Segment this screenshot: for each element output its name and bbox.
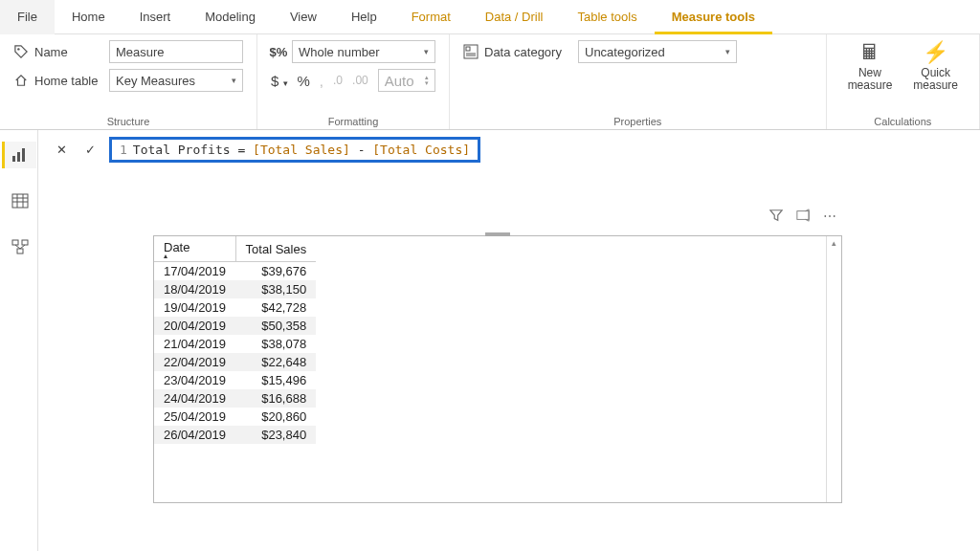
ribbon-group-calculations: 🖩 New measure ⚡ Quick measure Calculatio… [827, 34, 980, 129]
name-label: Name [34, 45, 103, 59]
tab-modeling[interactable]: Modeling [188, 0, 273, 34]
resize-handle-top[interactable] [485, 232, 510, 236]
report-canvas[interactable]: ✕ ✓ 1 Total Profits = [Total Sales] - [T… [38, 130, 980, 551]
name-input[interactable]: Measure [109, 40, 243, 63]
svg-rect-8 [12, 194, 28, 208]
view-switcher [0, 130, 38, 551]
percent-button[interactable]: % [298, 73, 310, 89]
cell-date: 23/04/2019 [154, 371, 235, 389]
tab-measure-tools[interactable]: Measure tools [655, 0, 772, 34]
cell-date: 19/04/2019 [154, 298, 235, 317]
home-table-dropdown[interactable]: Key Measures▾ [109, 69, 243, 92]
commit-formula-button[interactable]: ✓ [80, 140, 100, 159]
table-row[interactable]: 22/04/2019$22,648 [154, 353, 316, 371]
home-icon [13, 73, 29, 88]
cell-date: 24/04/2019 [154, 389, 235, 408]
tab-data-drill[interactable]: Data / Drill [468, 0, 561, 34]
chevron-down-icon: ▾ [725, 47, 730, 56]
focus-mode-icon[interactable] [796, 209, 810, 225]
formula-bar: ✕ ✓ 1 Total Profits = [Total Sales] - [T… [52, 130, 967, 168]
svg-rect-6 [17, 152, 20, 162]
table-row[interactable]: 26/04/2019$23,840 [154, 426, 316, 444]
svg-rect-18 [797, 211, 809, 220]
tab-insert[interactable]: Insert [122, 0, 189, 34]
cell-total-sales: $22,648 [235, 353, 316, 371]
cell-date: 21/04/2019 [154, 335, 235, 353]
cell-total-sales: $16,688 [235, 389, 316, 408]
group-label-properties: Properties [463, 116, 813, 127]
cell-total-sales: $50,358 [235, 317, 316, 335]
cell-total-sales: $42,728 [235, 298, 316, 317]
svg-rect-13 [12, 240, 18, 245]
table-row[interactable]: 24/04/2019$16,688 [154, 389, 316, 408]
sort-asc-icon: ▴ [164, 254, 226, 259]
chevron-down-icon: ▾ [232, 76, 236, 85]
chevron-down-icon: ▾ [424, 47, 429, 56]
format-icon: $% [271, 44, 286, 59]
table-row[interactable]: 17/04/2019$39,676 [154, 261, 316, 280]
filter-icon[interactable] [769, 209, 783, 225]
tab-home[interactable]: Home [55, 0, 122, 34]
decimal-places-stepper[interactable]: Auto▴▾ [378, 69, 435, 92]
ribbon-group-properties: Data category Uncategorized▾ Properties [450, 34, 827, 129]
cancel-formula-button[interactable]: ✕ [52, 140, 71, 159]
lightning-icon: ⚡ [923, 40, 948, 65]
data-category-label: Data category [484, 45, 572, 59]
ribbon-group-structure: Name Measure Home table Key Measures▾ St… [0, 34, 257, 129]
ribbon-group-formatting: $% Whole number▾ $ ▾ % , .0 .00 Auto▴▾ F… [257, 34, 450, 129]
cell-date: 25/04/2019 [154, 408, 235, 426]
scrollbar[interactable]: ▴ [826, 236, 841, 502]
formula-input[interactable]: 1 Total Profits = [Total Sales] - [Total… [109, 137, 480, 163]
group-label-structure: Structure [13, 116, 243, 127]
format-dropdown[interactable]: Whole number▾ [292, 40, 435, 63]
data-category-dropdown[interactable]: Uncategorized▾ [578, 40, 737, 63]
cell-total-sales: $23,840 [235, 426, 316, 444]
data-table: Date▴ Total Sales 17/04/2019$39,67618/04… [154, 236, 316, 444]
column-header-total-sales[interactable]: Total Sales [235, 236, 316, 261]
visual-header-toolbar: ⋯ [769, 209, 836, 225]
table-visual[interactable]: ⋯ ▴ Date▴ Total Sales 17/04/2019$39,6761… [153, 235, 842, 503]
more-options-icon[interactable]: ⋯ [823, 209, 836, 225]
table-row[interactable]: 25/04/2019$20,860 [154, 408, 316, 426]
cell-date: 18/04/2019 [154, 280, 235, 298]
cell-total-sales: $39,676 [235, 261, 316, 280]
table-row[interactable]: 21/04/2019$38,078 [154, 335, 316, 353]
group-label-calculations: Calculations [840, 116, 966, 127]
column-header-date[interactable]: Date▴ [154, 236, 235, 261]
svg-point-0 [17, 48, 19, 50]
decimal-decrease-button[interactable]: .0 [333, 74, 343, 87]
ribbon: Name Measure Home table Key Measures▾ St… [0, 34, 980, 130]
tab-format[interactable]: Format [394, 0, 468, 34]
tab-file[interactable]: File [0, 0, 55, 34]
data-view-button[interactable] [2, 187, 36, 214]
tag-icon [13, 44, 29, 59]
svg-line-17 [20, 245, 25, 249]
quick-measure-button[interactable]: ⚡ Quick measure [905, 40, 966, 92]
formula-text: Total Profits = [Total Sales] - [Total C… [133, 143, 470, 157]
svg-line-16 [15, 245, 20, 249]
decimal-increase-button[interactable]: .00 [352, 74, 368, 87]
scroll-up-icon[interactable]: ▴ [827, 238, 841, 248]
table-row[interactable]: 20/04/2019$50,358 [154, 317, 316, 335]
tab-help[interactable]: Help [334, 0, 394, 34]
svg-rect-7 [22, 148, 25, 162]
report-view-button[interactable] [2, 142, 36, 168]
new-measure-button[interactable]: 🖩 New measure [840, 40, 901, 92]
svg-rect-15 [17, 249, 23, 253]
table-row[interactable]: 23/04/2019$15,496 [154, 371, 316, 389]
tab-view[interactable]: View [273, 0, 334, 34]
cell-date: 20/04/2019 [154, 317, 235, 335]
comma-button[interactable]: , [320, 73, 323, 89]
table-row[interactable]: 19/04/2019$42,728 [154, 298, 316, 317]
category-icon [463, 44, 479, 59]
cell-total-sales: $38,078 [235, 335, 316, 353]
tab-table-tools[interactable]: Table tools [560, 0, 654, 34]
cell-date: 22/04/2019 [154, 353, 235, 371]
table-row[interactable]: 18/04/2019$38,150 [154, 280, 316, 298]
currency-button[interactable]: $ ▾ [271, 73, 288, 89]
model-view-button[interactable] [2, 233, 36, 260]
svg-rect-2 [466, 47, 470, 51]
tab-strip: File Home Insert Modeling View Help Form… [0, 0, 980, 34]
svg-rect-5 [12, 156, 15, 162]
cell-total-sales: $38,150 [235, 280, 316, 298]
